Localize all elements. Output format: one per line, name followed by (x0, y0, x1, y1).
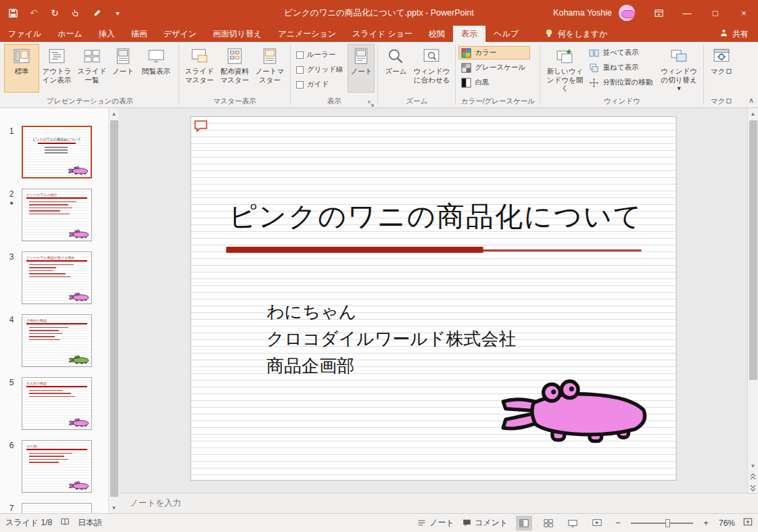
tab-file[interactable]: ファイル (0, 26, 49, 42)
tab-help[interactable]: ヘルプ (485, 26, 527, 42)
share-button[interactable]: 共有 (710, 26, 758, 42)
macro-button[interactable]: マクロ (707, 44, 736, 93)
save-icon[interactable] (7, 7, 19, 19)
tab-transitions[interactable]: 画面切り替え (205, 26, 270, 42)
redo-icon[interactable]: ↻ (49, 7, 61, 19)
comment-indicator-icon[interactable] (193, 120, 208, 133)
normal-view-button-status[interactable] (516, 516, 532, 531)
notes-placeholder[interactable]: ノートを入力 (130, 498, 181, 509)
notes-toggle[interactable]: ノート (417, 517, 454, 529)
slide-thumbnail-7[interactable] (22, 503, 92, 513)
grayscale-button[interactable]: グレースケール (458, 61, 530, 74)
color-button[interactable]: カラー (458, 46, 530, 59)
grayscale-icon (461, 63, 471, 73)
editor-scrollbar[interactable]: ▲ ▼ (747, 108, 758, 493)
dialog-launcher-icon[interactable] (368, 98, 375, 105)
cascade-icon (589, 63, 599, 73)
black-white-button[interactable]: 白黒 (458, 76, 530, 89)
fit-to-window-button[interactable]: ウィンドウに合わせる (410, 44, 452, 93)
scroll-down-icon[interactable]: ▼ (109, 502, 120, 513)
slide-title-text[interactable]: ピンクのワニの商品化について (229, 198, 643, 235)
proofing-icon[interactable] (60, 517, 70, 529)
tab-view[interactable]: 表示 (453, 26, 485, 42)
collapse-ribbon-icon[interactable]: ∧ (749, 96, 754, 105)
slide-sorter-button[interactable]: スライド一覧 (74, 44, 110, 93)
slide-thumbnail-6[interactable]: その他… (22, 440, 92, 493)
gridlines-checkbox[interactable]: グリッド線 (293, 63, 348, 76)
handout-master-button[interactable]: 配布資料マスター (217, 44, 252, 93)
switch-windows-button[interactable]: ウィンドウの切り替え ▾ (657, 44, 701, 95)
ruler-checkbox[interactable]: ルーラー (293, 48, 348, 62)
slide-subtitle-text[interactable]: わにちゃん クロコダイルワールド株式会社 商品企画部 (266, 298, 516, 379)
slide-thumbnail-3[interactable]: ピンクのワニ商品が受ける理由 (22, 251, 92, 304)
zoom-slider-thumb[interactable] (665, 519, 670, 527)
person-icon (719, 28, 728, 39)
guides-checkbox[interactable]: ガイド (293, 78, 348, 91)
zoom-out-button[interactable]: − (613, 518, 623, 528)
tell-me-box[interactable]: 何をしますか (539, 26, 613, 42)
language-indicator[interactable]: 日本語 (78, 517, 102, 529)
zoom-slider[interactable] (631, 523, 693, 524)
notes-page-button[interactable]: ノート (110, 44, 137, 93)
move-split-button[interactable]: 分割位置の移動 (586, 76, 657, 89)
slide-sorter-button-status[interactable] (540, 516, 556, 531)
slide-number: 7 (9, 504, 14, 513)
zoom-in-button[interactable]: + (701, 518, 711, 528)
tab-review[interactable]: 校閲 (421, 26, 453, 42)
reading-view-button[interactable]: 閲覧表示 (137, 44, 176, 93)
tab-draw[interactable]: 描画 (123, 26, 156, 42)
slide-counter[interactable]: スライド 1/8 (5, 517, 52, 529)
notes-master-button[interactable]: ノートマスター (252, 44, 287, 93)
slide-canvas[interactable]: ピンクのワニの商品化について わにちゃん クロコダイルワールド株式会社 商品企画… (119, 108, 747, 493)
next-slide-button[interactable] (748, 482, 758, 493)
slide-thumbnail-2[interactable]: ピンクのワニの紹介 (22, 189, 92, 241)
scrollbar-thumb[interactable] (110, 120, 118, 497)
outline-view-button[interactable]: アウトライン表示 (39, 44, 74, 93)
minimize-button[interactable]: — (673, 0, 701, 26)
ribbon-display-options-icon[interactable] (644, 0, 673, 26)
undo-icon[interactable]: ↶ (28, 7, 40, 19)
group-window: 新しいウィンドウを開く 並べて表示 重ねて表示 分割位置の移動 ウィンドウの切り… (540, 42, 703, 107)
customize-qat-icon[interactable]: ▾ (112, 7, 124, 19)
slideshow-button-status[interactable] (589, 516, 605, 531)
cascade-button[interactable]: 重ねて表示 (586, 61, 657, 74)
crocodile-graphic[interactable] (498, 375, 653, 444)
zoom-percentage[interactable]: 76% (719, 518, 735, 528)
notes-master-icon (261, 47, 279, 65)
slide-master-button[interactable]: スライドマスター (182, 44, 217, 93)
comments-toggle[interactable]: コメント (463, 517, 508, 529)
normal-view-button[interactable]: 標準 (4, 44, 39, 93)
scrollbar-thumb[interactable] (749, 120, 757, 380)
scroll-up-icon[interactable]: ▲ (109, 108, 120, 119)
zoom-button[interactable]: ズーム (381, 44, 410, 93)
scroll-down-icon[interactable]: ▼ (748, 460, 758, 471)
checkbox-icon (296, 81, 304, 89)
tab-home[interactable]: ホーム (49, 26, 91, 42)
tab-slideshow[interactable]: スライド ショー (344, 26, 421, 42)
tab-insert[interactable]: 挿入 (91, 26, 123, 42)
pen-icon[interactable] (91, 7, 103, 19)
arrange-all-button[interactable]: 並べて表示 (586, 46, 657, 59)
checkbox-icon (296, 51, 304, 59)
touch-mode-icon[interactable] (70, 7, 82, 19)
tab-animations[interactable]: アニメーション (270, 26, 344, 42)
scroll-up-icon[interactable]: ▲ (748, 108, 758, 119)
thumbnail-scrollbar[interactable]: ▲ ▼ (108, 108, 119, 513)
reading-view-button-status[interactable] (565, 516, 581, 531)
tab-design[interactable]: デザイン (156, 26, 205, 42)
maximize-button[interactable]: □ (701, 0, 730, 26)
notes-toggle-button[interactable]: ノート (348, 44, 375, 93)
user-avatar[interactable] (619, 5, 635, 21)
fit-to-window-icon (423, 47, 440, 65)
slide-thumbnail-1[interactable]: ピンクのワニの商品化について (22, 126, 92, 178)
slide-thumbnail-5[interactable]: 大人向け商品 (22, 377, 92, 430)
fit-slide-to-window-icon[interactable] (743, 517, 753, 529)
notes-pane[interactable]: ノートを入力 (119, 493, 758, 513)
title-underline (226, 247, 641, 253)
group-zoom: ズーム ウィンドウに合わせる ズーム (378, 42, 455, 107)
close-button[interactable]: × (730, 0, 758, 26)
new-window-button[interactable]: 新しいウィンドウを開く (543, 44, 586, 95)
slide-thumbnail-4[interactable]: 子供向け商品 (22, 314, 92, 367)
previous-slide-button[interactable] (748, 471, 758, 482)
slide-editor[interactable]: ピンクのワニの商品化について わにちゃん クロコダイルワールド株式会社 商品企画… (190, 116, 676, 481)
